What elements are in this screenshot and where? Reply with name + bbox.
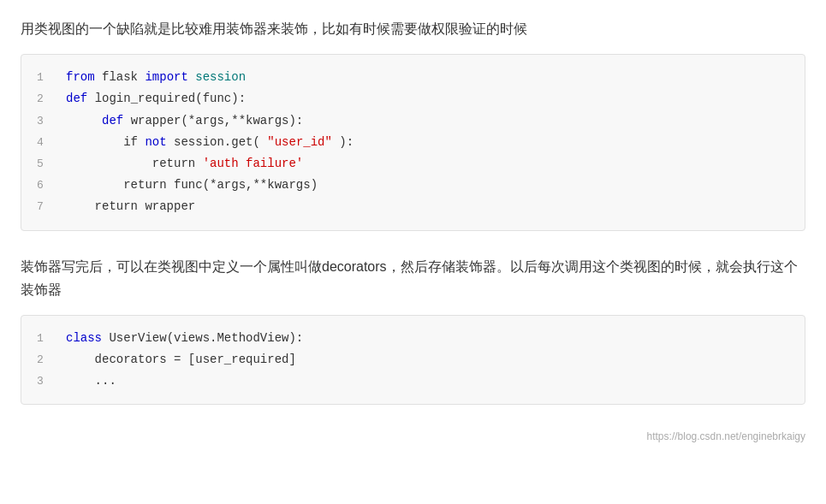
- description-1: 用类视图的一个缺陷就是比较难用装饰器来装饰，比如有时候需要做权限验证的时候: [21, 17, 805, 40]
- line-number: 2: [37, 350, 54, 370]
- line-number: 1: [37, 68, 54, 87]
- code-content: if not session.get( "user_id" ):: [66, 132, 354, 153]
- section-2: 装饰器写完后，可以在类视图中定义一个属性叫做decorators，然后存储装饰器…: [21, 255, 805, 446]
- code-text: decorators = [user_required]: [66, 353, 296, 366]
- code-text: ):: [339, 135, 354, 149]
- code-line: 5 return 'auth failure': [37, 153, 789, 175]
- code-content: class UserView(views.MethodView):: [66, 328, 303, 349]
- keyword: not: [145, 135, 166, 149]
- code-text: return func(*args,**kwargs): [66, 178, 318, 192]
- code-text: [66, 114, 95, 127]
- keyword: class: [66, 331, 102, 345]
- keyword: import: [145, 70, 187, 84]
- line-number: 3: [37, 371, 54, 391]
- code-content: return 'auth failure': [66, 153, 303, 175]
- keyword: def: [102, 114, 123, 127]
- code-line: 1 class UserView(views.MethodView):: [37, 328, 789, 349]
- code-content: return wrapper: [66, 196, 195, 217]
- code-content: decorators = [user_required]: [66, 349, 296, 371]
- code-content: ...: [66, 371, 116, 392]
- keyword: from: [66, 70, 95, 84]
- code-text: session: [195, 70, 246, 84]
- code-text: login_required(func):: [95, 92, 246, 105]
- code-text: ...: [66, 374, 116, 388]
- code-content: def wrapper(*args,**kwargs):: [66, 110, 303, 132]
- code-line: 2 decorators = [user_required]: [37, 349, 789, 371]
- description-2: 装饰器写完后，可以在类视图中定义一个属性叫做decorators，然后存储装饰器…: [21, 255, 805, 301]
- page-container: 用类视图的一个缺陷就是比较难用装饰器来装饰，比如有时候需要做权限验证的时候 1 …: [21, 17, 805, 446]
- code-line: 2 def login_required(func):: [37, 88, 789, 110]
- code-content: return func(*args,**kwargs): [66, 175, 318, 196]
- line-number: 6: [37, 175, 54, 195]
- code-text: wrapper(*args,**kwargs):: [131, 114, 304, 127]
- code-line: 7 return wrapper: [37, 196, 789, 217]
- section-1: 用类视图的一个缺陷就是比较难用装饰器来装饰，比如有时候需要做权限验证的时候 1 …: [21, 17, 805, 231]
- code-line: 4 if not session.get( "user_id" ):: [37, 132, 789, 153]
- watermark: https://blog.csdn.net/enginebrkaigy: [21, 429, 805, 445]
- code-text: return wrapper: [66, 199, 195, 213]
- string: 'auth failure': [203, 157, 304, 170]
- code-content: def login_required(func):: [66, 88, 246, 110]
- code-text: UserView(views.MethodView):: [109, 331, 303, 345]
- code-line: 3 def wrapper(*args,**kwargs):: [37, 110, 789, 132]
- string: "user_id": [267, 135, 332, 149]
- code-text: session.get(: [174, 135, 260, 149]
- line-number: 3: [37, 111, 54, 131]
- code-line: 1 from flask import session: [37, 67, 789, 88]
- keyword: def: [66, 92, 87, 105]
- line-number: 1: [37, 329, 54, 348]
- code-line: 6 return func(*args,**kwargs): [37, 175, 789, 196]
- code-content: from flask import session: [66, 67, 246, 88]
- code-text: flask: [102, 70, 145, 84]
- code-text: return: [66, 157, 203, 170]
- line-number: 7: [37, 197, 54, 216]
- line-number: 2: [37, 89, 54, 109]
- code-block-2: 1 class UserView(views.MethodView): 2 de…: [21, 315, 805, 406]
- code-line: 3 ...: [37, 371, 789, 392]
- code-block-1: 1 from flask import session 2 def login_…: [21, 54, 805, 230]
- line-number: 5: [37, 154, 54, 174]
- line-number: 4: [37, 133, 54, 152]
- code-text: if: [66, 135, 145, 149]
